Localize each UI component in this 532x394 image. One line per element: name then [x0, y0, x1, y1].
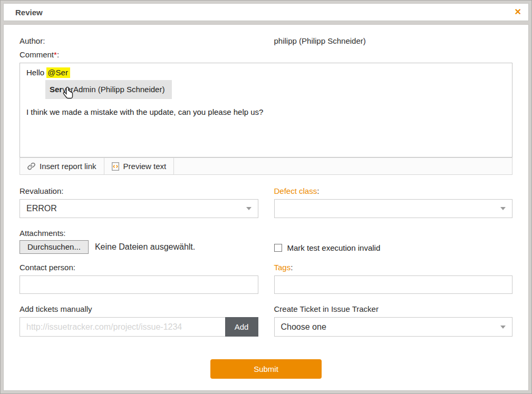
invalid-checkbox[interactable] — [274, 244, 282, 252]
revaluation-select[interactable]: ERROR — [20, 199, 258, 218]
attachments-label: Attachments: — [20, 229, 258, 238]
chevron-down-icon — [500, 207, 506, 210]
insert-report-link-label: Insert report link — [40, 162, 96, 171]
dialog-titlebar: Review ✕ — [3, 3, 529, 21]
author-value: philipp (Philipp Schneider) — [274, 36, 513, 45]
contact-person-input[interactable] — [20, 275, 258, 294]
defect-class-select[interactable] — [274, 199, 513, 218]
comment-label-colon: : — [57, 50, 59, 59]
chevron-down-icon — [500, 326, 506, 329]
comment-label-text: Comment — [20, 50, 54, 59]
review-dialog: Review ✕ Author: philipp (Philipp Schnei… — [0, 0, 532, 394]
mention-match-text: Ser — [50, 85, 62, 94]
invalid-checkbox-label: Mark test execution invalid — [287, 243, 381, 252]
contact-tags-row: Contact person: Tags: — [20, 263, 512, 294]
revaluation-label: Revaluation: — [20, 186, 258, 195]
insert-report-link-button[interactable]: Insert report link — [20, 158, 104, 174]
create-ticket-label: Create Ticket in Issue Tracker — [274, 304, 513, 313]
mention-query-highlight: @Ser — [46, 67, 70, 78]
defect-class-label-colon: : — [317, 186, 319, 195]
comment-line1: Hello @Ser — [26, 68, 506, 77]
ticket-url-input[interactable] — [20, 317, 225, 337]
revaluation-value: ERROR — [26, 204, 57, 213]
add-ticket-button[interactable]: Add — [225, 317, 258, 337]
dialog-title: Review — [15, 8, 43, 17]
mention-autocomplete-item[interactable]: ServerAdmin (Philipp Schneider) — [45, 80, 172, 99]
defect-class-label-text: Defect class — [274, 186, 317, 195]
author-row: Author: philipp (Philipp Schneider) — [20, 36, 512, 45]
revaluation-defect-row: Revaluation: ERROR Defect class: — [20, 186, 512, 218]
create-ticket-value: Choose one — [281, 322, 326, 332]
submit-button[interactable]: Submit — [210, 359, 322, 379]
preview-text-button[interactable]: Preview text — [104, 158, 175, 174]
browse-file-button[interactable]: Durchsuchen... — [20, 240, 89, 254]
create-ticket-select[interactable]: Choose one — [274, 317, 513, 337]
comment-body-text: I think we made a mistake with the updat… — [26, 107, 506, 116]
add-tickets-label: Add tickets manually — [20, 304, 258, 313]
file-status-text: Keine Dateien ausgewählt. — [95, 242, 195, 252]
invalid-check-line: Mark test execution invalid — [274, 243, 381, 252]
editor-toolbar: Insert report link Preview text — [20, 157, 512, 175]
preview-document-icon — [112, 162, 119, 171]
chevron-down-icon — [246, 207, 252, 210]
tags-label-colon: : — [291, 263, 293, 272]
contact-person-label: Contact person: — [20, 263, 258, 272]
tickets-row: Add tickets manually Add Create Ticket i… — [20, 304, 512, 337]
comment-label: Comment*: — [20, 50, 512, 59]
mention-rest-text: verAdmin (Philipp Schneider) — [62, 85, 165, 94]
comment-editor[interactable]: Hello @Ser ServerAdmin (Philipp Schneide… — [20, 63, 512, 157]
tags-input[interactable] — [274, 275, 513, 294]
attachments-row: Attachments: Durchsuchen... Keine Dateie… — [20, 229, 512, 254]
tags-label: Tags: — [274, 263, 513, 272]
tags-label-text: Tags — [274, 263, 291, 272]
dialog-body: Author: philipp (Philipp Schneider) Comm… — [3, 24, 529, 391]
close-icon[interactable]: ✕ — [515, 8, 521, 16]
preview-text-label: Preview text — [123, 162, 167, 171]
comment-line1-prefix: Hello — [26, 68, 46, 77]
link-icon — [27, 162, 35, 170]
author-label: Author: — [20, 36, 258, 45]
defect-class-label: Defect class: — [274, 186, 513, 195]
